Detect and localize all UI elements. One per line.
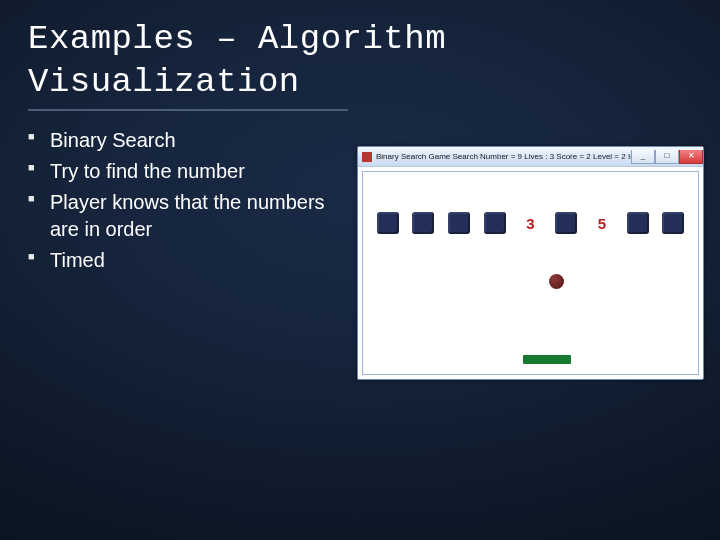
list-item: Try to find the number	[28, 158, 328, 185]
close-button[interactable]: ✕	[679, 150, 703, 164]
titlebar: Binary Search Game Search Number = 9 Liv…	[358, 147, 703, 167]
cube[interactable]	[448, 212, 470, 234]
window-buttons: _ □ ✕	[631, 150, 703, 163]
list-item: Timed	[28, 247, 328, 274]
ball	[549, 274, 564, 289]
cube-row: 3 5	[363, 212, 698, 234]
maximize-button[interactable]: □	[655, 150, 679, 164]
cube[interactable]	[662, 212, 684, 234]
window-icon	[362, 152, 372, 162]
game-area[interactable]: 3 5	[362, 171, 699, 375]
list-item: Binary Search	[28, 127, 328, 154]
slide-title: Examples – Algorithm Visualization	[0, 0, 720, 107]
cube[interactable]	[412, 212, 434, 234]
window-title: Binary Search Game Search Number = 9 Liv…	[376, 152, 631, 161]
revealed-number: 5	[591, 215, 613, 232]
minimize-button[interactable]: _	[631, 150, 655, 164]
screenshot: Binary Search Game Search Number = 9 Liv…	[357, 146, 702, 378]
slide: Examples – Algorithm Visualization Binar…	[0, 0, 720, 540]
bullet-list: Binary Search Try to find the number Pla…	[28, 127, 328, 278]
cube[interactable]	[377, 212, 399, 234]
cube[interactable]	[484, 212, 506, 234]
app-window: Binary Search Game Search Number = 9 Liv…	[357, 146, 704, 380]
revealed-number: 3	[519, 215, 541, 232]
paddle[interactable]	[523, 355, 571, 364]
list-item: Player knows that the numbers are in ord…	[28, 189, 328, 243]
cube[interactable]	[555, 212, 577, 234]
cube[interactable]	[627, 212, 649, 234]
